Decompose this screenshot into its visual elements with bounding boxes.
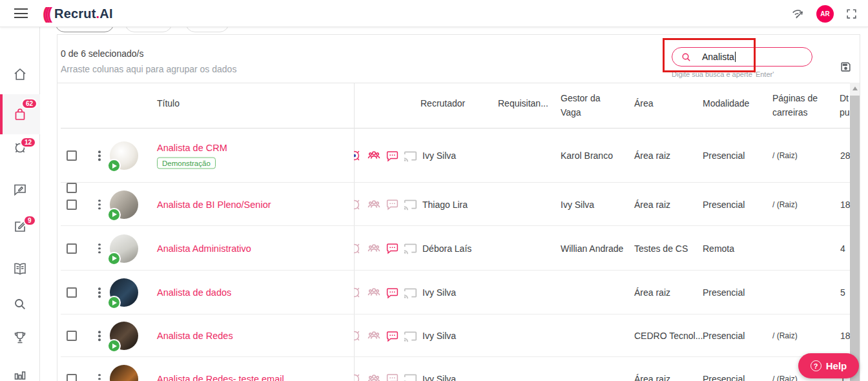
selection-count: 0 de 6 selecionado/s <box>61 48 143 59</box>
sidebar-item-compose[interactable] <box>0 211 40 242</box>
job-title-link[interactable]: Analista de dados <box>157 287 231 298</box>
candidates-icon[interactable] <box>367 149 381 163</box>
row-checkbox[interactable] <box>67 374 77 381</box>
job-title-link[interactable]: Analista de Redes- teste email <box>157 374 284 381</box>
career-pages-cell: / (Raiz) <box>772 331 798 340</box>
recruiter-cell: Ivy Silva <box>422 374 456 381</box>
column-header-title[interactable]: Título <box>157 98 180 108</box>
play-icon[interactable] <box>107 159 121 172</box>
play-icon[interactable] <box>107 339 121 353</box>
play-icon[interactable] <box>107 296 121 309</box>
network-icon[interactable] <box>790 6 805 21</box>
target-icon <box>354 329 362 343</box>
job-video-thumbnail[interactable] <box>110 234 138 263</box>
chat-icon[interactable] <box>386 286 399 300</box>
table-row: Analista de CRM Demonstração Ivy Silva K… <box>0 129 868 183</box>
play-icon[interactable] <box>107 252 121 265</box>
recruiter-cell: Ivy Silva <box>422 150 456 161</box>
chat-icon[interactable] <box>386 149 399 163</box>
column-header-manager[interactable]: Gestor daVaga <box>561 91 600 119</box>
save-icon[interactable] <box>840 61 852 76</box>
job-video-thumbnail[interactable] <box>110 190 138 219</box>
row-menu-button[interactable] <box>96 198 103 212</box>
demo-badge: Demonstração <box>157 158 216 169</box>
job-video-thumbnail[interactable] <box>110 141 138 170</box>
modality-cell: Presencial <box>703 200 745 210</box>
career-pages-cell: / (Raiz) <box>772 151 798 160</box>
column-header-modality[interactable]: Modalidade <box>703 98 749 108</box>
candidates-icon[interactable] <box>367 329 381 343</box>
target-icon <box>354 242 362 256</box>
date-cell: 18 <box>840 200 850 210</box>
scroll-up-arrow-icon[interactable] <box>852 87 858 90</box>
candidates-icon[interactable] <box>367 242 381 256</box>
column-header-career-pages[interactable]: Páginas decarreiras <box>772 91 818 119</box>
job-title-link[interactable]: Analista de Redes <box>157 331 233 341</box>
row-menu-button[interactable] <box>96 149 103 163</box>
app-logo[interactable]: ((( Recrut.AI <box>43 5 113 23</box>
candidates-icon[interactable] <box>367 285 381 300</box>
row-checkbox[interactable] <box>67 150 77 161</box>
help-button[interactable]: Help <box>798 353 859 378</box>
column-header-date[interactable]: Dtpu <box>840 91 850 119</box>
job-title-link[interactable]: Analista de CRM <box>157 143 227 153</box>
chat-icon[interactable] <box>386 372 399 381</box>
row-checkbox[interactable] <box>67 200 77 210</box>
date-cell: 5 <box>840 287 850 298</box>
cast-icon[interactable] <box>404 149 417 163</box>
job-title-link[interactable]: Analista Administrativo <box>157 243 251 254</box>
question-mark-icon <box>811 360 822 371</box>
chat-icon[interactable] <box>386 329 399 343</box>
area-cell: Área raiz <box>634 150 670 161</box>
sidebar: 62 12 9 <box>0 27 40 381</box>
job-title-link[interactable]: Analista de BI Pleno/Senior <box>157 200 271 210</box>
area-cell: CEDRO Tecnol... <box>634 331 703 341</box>
column-header-requester[interactable]: Requisitan... <box>498 98 548 108</box>
cast-icon[interactable] <box>404 242 417 255</box>
target-icon <box>354 285 362 300</box>
recruiter-cell: Ivy Silva <box>422 331 456 341</box>
sidebar-item-library[interactable] <box>0 253 40 284</box>
chat-icon[interactable] <box>386 198 399 211</box>
cast-icon[interactable] <box>404 198 417 211</box>
area-cell: Área raiz <box>634 287 670 298</box>
column-header-area[interactable]: Área <box>634 98 654 108</box>
cast-icon[interactable] <box>404 329 417 343</box>
row-menu-button[interactable] <box>96 285 103 300</box>
job-video-thumbnail[interactable] <box>110 365 138 381</box>
row-menu-button[interactable] <box>96 329 103 343</box>
candidates-icon[interactable] <box>367 372 381 381</box>
play-icon[interactable] <box>107 208 121 221</box>
job-video-thumbnail[interactable] <box>110 322 138 350</box>
sidebar-item-home[interactable] <box>0 59 40 90</box>
row-checkbox[interactable] <box>67 287 77 298</box>
vertical-scrollbar[interactable] <box>850 83 860 381</box>
row-menu-button[interactable] <box>96 372 103 381</box>
row-checkbox[interactable] <box>67 243 77 254</box>
logo-text: Recrut.AI <box>54 6 113 21</box>
chat-icon[interactable] <box>386 242 399 255</box>
job-video-thumbnail[interactable] <box>110 278 138 307</box>
cast-icon[interactable] <box>404 372 417 381</box>
row-checkbox[interactable] <box>67 331 77 341</box>
manager-cell: Willian Andrade <box>561 243 623 254</box>
column-header-recruiter[interactable]: Recrutador <box>420 98 465 108</box>
table-row: Analista Administrativo Débora Laís Will… <box>0 226 868 271</box>
scrollbar-thumb[interactable] <box>850 96 860 381</box>
menu-icon[interactable] <box>14 8 28 19</box>
tracking-badge: 12 <box>20 137 36 148</box>
recruiter-cell: Ivy Silva <box>422 287 456 298</box>
manager-cell: Ivy Silva <box>561 200 594 210</box>
sidebar-item-search[interactable] <box>0 289 40 320</box>
date-cell: 18 <box>840 331 850 341</box>
candidates-icon[interactable] <box>367 198 381 212</box>
user-avatar[interactable]: AR <box>816 5 834 23</box>
sidebar-item-achievements[interactable] <box>0 322 40 353</box>
topbar: ((( Recrut.AI AR <box>0 0 868 27</box>
cast-icon[interactable] <box>404 286 417 300</box>
row-menu-button[interactable] <box>96 242 103 256</box>
sidebar-item-feedback[interactable] <box>0 174 40 205</box>
sidebar-item-tracking[interactable] <box>0 132 40 163</box>
sidebar-item-reports[interactable] <box>0 358 40 381</box>
fullscreen-icon[interactable] <box>845 8 858 20</box>
